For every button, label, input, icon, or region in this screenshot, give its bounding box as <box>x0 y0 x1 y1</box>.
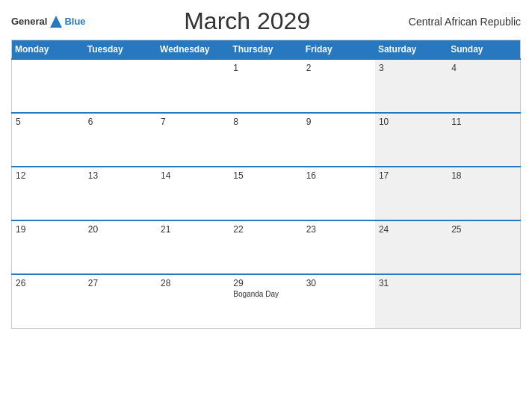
day-number: 31 <box>379 278 444 288</box>
calendar-cell: 21 <box>157 220 229 274</box>
week-row-2: 567891011 <box>12 113 521 167</box>
day-number: 17 <box>379 170 444 181</box>
day-number: 27 <box>88 278 153 288</box>
day-number: 23 <box>306 224 371 235</box>
day-number: 30 <box>306 278 371 288</box>
calendar-title: March 2029 <box>86 7 409 35</box>
calendar-cell: 17 <box>375 167 448 220</box>
calendar-cell: 29Boganda Day <box>229 274 302 328</box>
calendar-cell <box>448 274 520 328</box>
day-number: 11 <box>451 117 516 127</box>
day-number: 9 <box>306 117 371 127</box>
week-row-5: 26272829Boganda Day3031 <box>12 274 521 328</box>
calendar-cell: 13 <box>84 167 157 220</box>
calendar-cell: 27 <box>84 274 157 328</box>
calendar-cell: 23 <box>303 220 375 274</box>
calendar-cell <box>84 59 157 113</box>
col-header-thursday: Thursday <box>229 40 302 60</box>
day-number: 29 <box>233 278 298 288</box>
day-number: 8 <box>233 117 298 127</box>
logo-icon <box>49 14 64 29</box>
day-number: 13 <box>88 170 153 181</box>
calendar-cell: 10 <box>375 113 448 167</box>
day-number: 19 <box>16 224 81 235</box>
calendar-cell: 6 <box>84 113 157 167</box>
calendar-subtitle: Central African Republic <box>409 16 521 28</box>
logo-blue-text: Blue <box>64 16 85 27</box>
calendar-cell: 1 <box>229 59 302 113</box>
day-number: 20 <box>88 224 153 235</box>
calendar-cell: 2 <box>303 59 375 113</box>
calendar-cell: 3 <box>375 59 448 113</box>
calendar-cell: 15 <box>229 167 302 220</box>
calendar-cell: 14 <box>157 167 229 220</box>
calendar-body: 1234567891011121314151617181920212223242… <box>12 59 521 328</box>
calendar-header-row: MondayTuesdayWednesdayThursdayFridaySatu… <box>12 40 521 60</box>
event-label: Boganda Day <box>233 290 298 298</box>
calendar-header: General Blue March 2029 Central African … <box>11 7 521 35</box>
calendar-cell: 12 <box>12 167 84 220</box>
col-header-monday: Monday <box>12 40 84 60</box>
day-number: 16 <box>306 170 371 181</box>
week-row-4: 19202122232425 <box>12 220 521 274</box>
calendar-table: MondayTuesdayWednesdayThursdayFridaySatu… <box>11 40 521 329</box>
day-number: 26 <box>16 278 81 288</box>
week-row-3: 12131415161718 <box>12 167 521 220</box>
calendar-cell: 18 <box>448 167 520 220</box>
day-number: 7 <box>161 117 226 127</box>
calendar-cell: 7 <box>157 113 229 167</box>
calendar-cell <box>157 59 229 113</box>
day-number: 21 <box>161 224 226 235</box>
col-header-wednesday: Wednesday <box>157 40 229 60</box>
day-number: 1 <box>233 63 298 73</box>
day-number: 3 <box>379 63 444 73</box>
day-number: 12 <box>16 170 81 181</box>
calendar-cell <box>12 59 84 113</box>
col-header-tuesday: Tuesday <box>84 40 157 60</box>
day-number: 5 <box>16 117 81 127</box>
col-header-friday: Friday <box>303 40 375 60</box>
day-number: 25 <box>451 224 516 235</box>
calendar-cell: 24 <box>375 220 448 274</box>
logo: General Blue <box>11 14 86 29</box>
calendar-cell: 9 <box>303 113 375 167</box>
calendar-cell: 25 <box>448 220 520 274</box>
day-number: 10 <box>379 117 444 127</box>
day-number: 14 <box>161 170 226 181</box>
day-number: 28 <box>161 278 226 288</box>
day-number: 24 <box>379 224 444 235</box>
day-number: 4 <box>451 63 516 73</box>
calendar-cell: 31 <box>375 274 448 328</box>
svg-marker-0 <box>50 16 62 28</box>
calendar-cell: 22 <box>229 220 302 274</box>
calendar-cell: 28 <box>157 274 229 328</box>
calendar-cell: 16 <box>303 167 375 220</box>
day-number: 18 <box>451 170 516 181</box>
calendar-cell: 19 <box>12 220 84 274</box>
day-number: 6 <box>88 117 153 127</box>
calendar-cell: 5 <box>12 113 84 167</box>
calendar-cell: 11 <box>448 113 520 167</box>
col-header-saturday: Saturday <box>375 40 448 60</box>
col-header-sunday: Sunday <box>448 40 520 60</box>
logo-general-text: General <box>11 16 47 27</box>
calendar-cell: 30 <box>303 274 375 328</box>
day-number: 15 <box>233 170 298 181</box>
calendar-cell: 26 <box>12 274 84 328</box>
calendar-cell: 4 <box>448 59 520 113</box>
calendar-cell: 20 <box>84 220 157 274</box>
week-row-1: 1234 <box>12 59 521 113</box>
day-number: 22 <box>233 224 298 235</box>
calendar-cell: 8 <box>229 113 302 167</box>
day-number: 2 <box>306 63 371 73</box>
